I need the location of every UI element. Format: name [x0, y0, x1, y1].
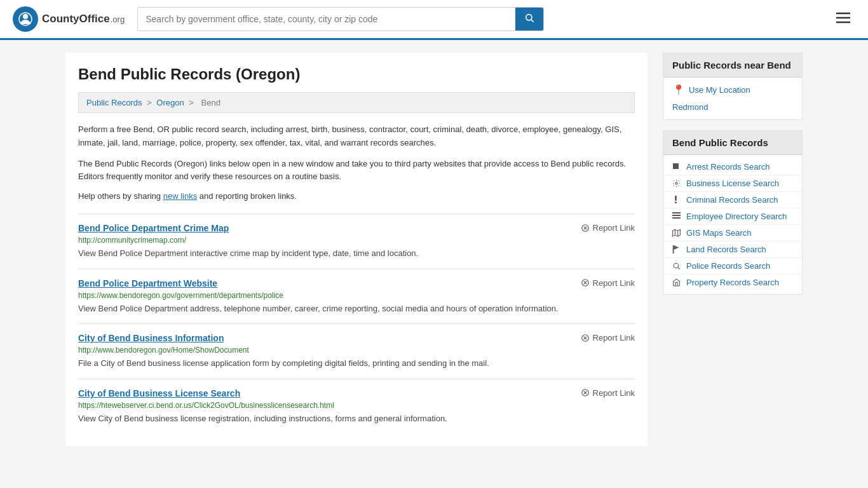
- sidebar-record-link-6[interactable]: Police Records Search: [686, 261, 770, 271]
- sidebar-record-icon-3: [672, 212, 681, 221]
- sidebar-record-item-1: Business License Search: [663, 175, 802, 192]
- record-url-r1[interactable]: http://communitycrimemap.com/: [78, 236, 635, 245]
- record-title-r3[interactable]: City of Bend Business Information: [78, 333, 224, 343]
- record-url-link-r4[interactable]: https://htewebserver.ci.bend.or.us/Click…: [78, 401, 334, 410]
- record-description-r3: File a City of Bend business license app…: [78, 357, 635, 370]
- page-title: Bend Public Records (Oregon): [78, 65, 635, 83]
- report-label-r2: Report Link: [593, 278, 635, 288]
- record-url-link-r2[interactable]: https://www.bendoregon.gov/government/de…: [78, 291, 283, 300]
- help-text: Help others by sharing new links and rep…: [78, 191, 635, 201]
- record-header-r4: City of Bend Business License Search Rep…: [78, 388, 635, 398]
- records-container: Bend Police Department Crime Map Report …: [78, 214, 635, 433]
- report-link-r2[interactable]: Report Link: [581, 278, 635, 288]
- svg-point-0: [23, 14, 28, 19]
- sidebar-record-item-4: GIS Maps Search: [663, 225, 802, 241]
- sidebar-record-icon-0: [672, 163, 681, 172]
- nearby-links-container: Redmond: [672, 101, 793, 113]
- record-header-r3: City of Bend Business Information Report…: [78, 333, 635, 343]
- use-location-item: 📍 Use My Location: [672, 84, 793, 96]
- breadcrumb-sep1: >: [147, 98, 154, 107]
- report-icon-r4: [581, 388, 590, 397]
- svg-rect-29: [673, 245, 674, 254]
- sidebar-record-link-4[interactable]: GIS Maps Search: [686, 228, 752, 238]
- logo-icon: [13, 6, 38, 32]
- sidebar-record-item-6: Police Records Search: [663, 258, 802, 274]
- record-url-r2[interactable]: https://www.bendoregon.gov/government/de…: [78, 291, 635, 300]
- header: CountyOffice.org: [0, 0, 868, 40]
- help-post: and reporting broken links.: [197, 191, 297, 201]
- record-item-r3: City of Bend Business Information Report…: [78, 323, 635, 379]
- record-title-r2[interactable]: Bend Police Department Website: [78, 278, 217, 288]
- search-button[interactable]: [515, 8, 543, 30]
- sidebar-record-link-2[interactable]: Criminal Records Search: [686, 195, 778, 205]
- sidebar: Public Records near Bend 📍 Use My Locati…: [663, 53, 803, 446]
- sidebar-record-item-5: Land Records Search: [663, 241, 802, 258]
- sidebar-record-icon-4: [672, 229, 681, 238]
- sidebar-record-item-0: Arrest Records Search: [663, 159, 802, 175]
- nearby-link-0[interactable]: Redmond: [672, 101, 793, 113]
- sidebar-record-icon-6: [672, 262, 681, 271]
- breadcrumb-public-records[interactable]: Public Records: [86, 98, 142, 107]
- svg-point-31: [674, 263, 679, 268]
- svg-rect-21: [675, 196, 677, 201]
- sidebar-record-item-7: Property Records Search: [663, 274, 802, 290]
- nearby-section: Public Records near Bend 📍 Use My Locati…: [663, 53, 803, 120]
- sidebar-record-item-3: Employee Directory Search: [663, 208, 802, 225]
- record-title-r4[interactable]: City of Bend Business License Search: [78, 388, 240, 398]
- record-description-r2: View Bend Police Department address, tel…: [78, 302, 635, 315]
- svg-marker-30: [674, 245, 679, 250]
- record-header-r1: Bend Police Department Crime Map Report …: [78, 223, 635, 233]
- report-label-r1: Report Link: [593, 223, 635, 233]
- report-link-r4[interactable]: Report Link: [581, 388, 635, 398]
- sidebar-record-link-5[interactable]: Land Records Search: [686, 245, 766, 254]
- search-input[interactable]: [138, 8, 515, 30]
- sidebar-record-icon-1: [672, 179, 681, 188]
- sidebar-record-link-0[interactable]: Arrest Records Search: [686, 162, 770, 172]
- help-pre: Help others by sharing: [78, 191, 163, 201]
- report-icon-r2: [581, 278, 590, 287]
- logo[interactable]: CountyOffice.org: [13, 6, 125, 32]
- svg-point-20: [675, 182, 677, 184]
- svg-rect-23: [672, 212, 681, 214]
- sidebar-record-icon-7: [672, 278, 681, 287]
- record-url-link-r3[interactable]: http://www.bendoregon.gov/Home/ShowDocum…: [78, 346, 249, 355]
- record-url-link-r1[interactable]: http://communitycrimemap.com/: [78, 236, 186, 245]
- record-title-r1[interactable]: Bend Police Department Crime Map: [78, 223, 229, 233]
- sidebar-record-icon-5: [672, 245, 681, 254]
- sidebar-record-icon-2: [672, 196, 681, 205]
- breadcrumb-sep2: >: [189, 98, 196, 107]
- intro-paragraph-2: The Bend Public Records (Oregon) links b…: [78, 158, 635, 184]
- content-area: Bend Public Records (Oregon) Public Reco…: [65, 53, 648, 446]
- report-link-r1[interactable]: Report Link: [581, 223, 635, 233]
- report-icon-r1: [581, 224, 590, 233]
- sidebar-record-link-7[interactable]: Property Records Search: [686, 278, 779, 287]
- logo-text: CountyOffice.org: [42, 13, 125, 25]
- report-label-r3: Report Link: [593, 333, 635, 342]
- sidebar-record-item-2: Criminal Records Search: [663, 192, 802, 208]
- sidebar-record-link-1[interactable]: Business License Search: [686, 179, 779, 188]
- location-pin-icon: 📍: [672, 84, 685, 96]
- svg-rect-22: [675, 201, 677, 203]
- record-url-r3[interactable]: http://www.bendoregon.gov/Home/ShowDocum…: [78, 346, 635, 355]
- sidebar-record-link-3[interactable]: Employee Directory Search: [686, 212, 787, 221]
- report-link-r3[interactable]: Report Link: [581, 333, 635, 342]
- svg-line-3: [531, 20, 534, 22]
- nearby-section-content: 📍 Use My Location Redmond: [663, 78, 802, 119]
- breadcrumb: Public Records > Oregon > Bend: [78, 92, 635, 113]
- svg-rect-19: [673, 163, 679, 169]
- bend-records-section: Bend Public Records Arrest Records Searc…: [663, 130, 803, 295]
- bend-records-header: Bend Public Records: [663, 131, 802, 155]
- hamburger-menu-button[interactable]: [831, 8, 855, 30]
- record-description-r4: View City of Bend business license regis…: [78, 412, 635, 425]
- record-url-r4[interactable]: https://htewebserver.ci.bend.or.us/Click…: [78, 401, 635, 410]
- record-item-r2: Bend Police Department Website Report Li…: [78, 269, 635, 324]
- breadcrumb-oregon[interactable]: Oregon: [156, 98, 184, 107]
- use-my-location-link[interactable]: Use My Location: [689, 85, 750, 95]
- breadcrumb-bend: Bend: [201, 98, 220, 107]
- new-links-link[interactable]: new links: [163, 191, 197, 201]
- record-header-r2: Bend Police Department Website Report Li…: [78, 278, 635, 288]
- record-item-r4: City of Bend Business License Search Rep…: [78, 379, 635, 434]
- record-item-r1: Bend Police Department Crime Map Report …: [78, 214, 635, 269]
- svg-line-32: [678, 267, 680, 269]
- nearby-section-header: Public Records near Bend: [663, 53, 802, 78]
